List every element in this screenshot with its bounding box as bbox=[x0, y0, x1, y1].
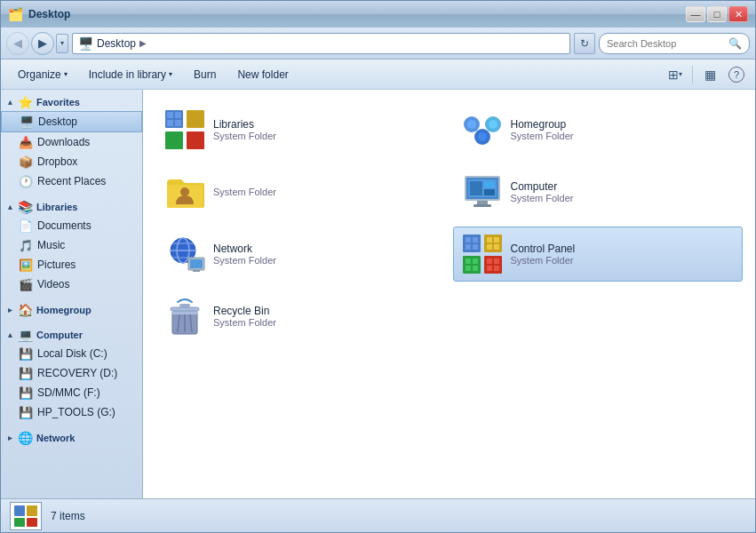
nav-buttons: ◀ ▶ ▾ bbox=[6, 32, 68, 55]
libraries-file-info: Libraries System Folder bbox=[213, 118, 276, 141]
svg-rect-50 bbox=[494, 266, 499, 271]
desktop-icon: 🖥️ bbox=[20, 115, 34, 129]
file-item-control-panel[interactable]: Control Panel System Folder bbox=[453, 227, 744, 282]
svg-rect-30 bbox=[193, 270, 200, 272]
network-file-name: Network bbox=[213, 243, 276, 255]
sidebar-item-music[interactable]: 🎵 Music bbox=[1, 235, 142, 255]
new-folder-label: New folder bbox=[237, 68, 288, 81]
organize-label: Organize bbox=[18, 68, 61, 81]
organize-button[interactable]: Organize ▾ bbox=[8, 63, 77, 86]
organize-dropdown-icon: ▾ bbox=[64, 70, 68, 78]
libraries-file-name: Libraries bbox=[213, 118, 276, 131]
svg-rect-47 bbox=[487, 259, 492, 264]
favorites-header[interactable]: ▴ ⭐ Favorites bbox=[1, 90, 142, 111]
sidebar-item-hptools[interactable]: 💾 HP_TOOLS (G:) bbox=[1, 402, 142, 422]
control-panel-file-type: System Folder bbox=[511, 255, 576, 266]
title-controls: — □ ✕ bbox=[686, 6, 748, 22]
file-item-computer[interactable]: Computer System Folder bbox=[453, 164, 744, 219]
homegroup-file-name: Homegroup bbox=[511, 118, 574, 131]
refresh-button[interactable]: ↻ bbox=[574, 33, 595, 54]
window-title: Desktop bbox=[28, 8, 70, 20]
favorites-icon: ⭐ bbox=[18, 95, 33, 109]
sdmmc-icon: 💾 bbox=[19, 386, 33, 400]
file-grid: Libraries System Folder bbox=[152, 99, 746, 347]
minimize-button[interactable]: — bbox=[686, 6, 705, 22]
address-box[interactable]: 🖥️ Desktop ▶ bbox=[72, 33, 570, 54]
view-options-button[interactable]: ⊞ ▾ bbox=[664, 63, 687, 86]
sidebar-item-pictures[interactable]: 🖼️ Pictures bbox=[1, 255, 142, 274]
svg-point-12 bbox=[489, 120, 497, 129]
network-nav-icon: 🌐 bbox=[18, 431, 33, 445]
status-bar: 7 items bbox=[1, 498, 755, 532]
libraries-file-icon bbox=[163, 108, 206, 151]
svg-rect-52 bbox=[172, 311, 197, 314]
refresh-icon: ↻ bbox=[580, 37, 589, 50]
status-item-count: 7 items bbox=[51, 510, 85, 522]
recent-places-icon: 🕐 bbox=[19, 174, 33, 188]
title-bar: 🗂️ Desktop — □ ✕ bbox=[1, 1, 755, 28]
recycle-file-info: Recycle Bin System Folder bbox=[213, 305, 276, 328]
svg-point-13 bbox=[478, 132, 487, 141]
svg-rect-42 bbox=[494, 244, 499, 250]
network-file-type: System Folder bbox=[213, 255, 276, 266]
svg-rect-6 bbox=[167, 120, 173, 126]
libraries-header[interactable]: ▴ 📚 Libraries bbox=[1, 195, 142, 216]
file-item-recycle[interactable]: Recycle Bin System Folder bbox=[155, 289, 446, 344]
videos-icon: 🎬 bbox=[19, 277, 33, 291]
svg-rect-43 bbox=[466, 259, 471, 264]
svg-rect-17 bbox=[477, 201, 488, 204]
music-label: Music bbox=[37, 239, 65, 251]
file-item-homegroup[interactable]: Homegroup System Folder bbox=[453, 102, 744, 157]
sidebar-item-recovery[interactable]: 💾 RECOVERY (D:) bbox=[1, 363, 142, 383]
new-folder-button[interactable]: New folder bbox=[227, 63, 298, 86]
include-library-label: Include in library bbox=[89, 68, 166, 81]
nav-dropdown-button[interactable]: ▾ bbox=[56, 34, 68, 53]
dropbox-label: Dropbox bbox=[37, 155, 77, 168]
svg-rect-35 bbox=[466, 237, 471, 243]
file-item-user-folder[interactable]: System Folder bbox=[155, 164, 446, 219]
computer-header[interactable]: ▴ 💻 Computer bbox=[1, 322, 142, 344]
computer-file-icon bbox=[461, 171, 504, 213]
network-header[interactable]: ▸ 🌐 Network bbox=[1, 426, 142, 447]
file-item-libraries[interactable]: Libraries System Folder bbox=[155, 102, 446, 157]
address-arrow: ▶ bbox=[139, 38, 147, 48]
close-button[interactable]: ✕ bbox=[728, 6, 748, 22]
control-panel-file-info: Control Panel System Folder bbox=[511, 243, 576, 266]
sidebar-item-documents[interactable]: 📄 Documents bbox=[1, 216, 142, 235]
computer-file-info: Computer System Folder bbox=[511, 180, 574, 203]
main-content: ▴ ⭐ Favorites 🖥️ Desktop 📥 Downloads 📦 D… bbox=[1, 90, 755, 498]
computer-expand-icon: ▴ bbox=[8, 330, 12, 339]
hptools-icon: 💾 bbox=[19, 405, 33, 419]
homegroup-header[interactable]: ▸ 🏠 Homegroup bbox=[1, 298, 142, 319]
burn-button[interactable]: Burn bbox=[184, 63, 226, 86]
sidebar-item-dropbox[interactable]: 📦 Dropbox bbox=[1, 152, 142, 171]
computer-file-type: System Folder bbox=[511, 193, 574, 203]
include-library-button[interactable]: Include in library ▾ bbox=[79, 63, 182, 86]
view-icon: ⊞ bbox=[668, 68, 679, 82]
file-item-network[interactable]: Network System Folder bbox=[155, 227, 446, 282]
maximize-button[interactable]: □ bbox=[707, 6, 727, 22]
sidebar-item-sdmmc[interactable]: 💾 SD/MMC (F:) bbox=[1, 383, 142, 402]
svg-rect-54 bbox=[179, 304, 190, 307]
preview-pane-button[interactable]: ▦ bbox=[698, 63, 721, 86]
help-icon: ? bbox=[728, 67, 744, 83]
help-button[interactable]: ? bbox=[725, 63, 748, 86]
sidebar-item-recent-places[interactable]: 🕐 Recent Places bbox=[1, 171, 142, 191]
search-box[interactable]: 🔍 bbox=[599, 33, 750, 54]
search-input[interactable] bbox=[607, 38, 725, 49]
recycle-file-icon bbox=[163, 295, 206, 338]
recent-places-label: Recent Places bbox=[37, 175, 106, 187]
sidebar-item-desktop[interactable]: 🖥️ Desktop bbox=[1, 111, 142, 132]
back-button[interactable]: ◀ bbox=[6, 32, 29, 55]
sdmmc-label: SD/MMC (F:) bbox=[37, 386, 100, 399]
network-section: ▸ 🌐 Network bbox=[1, 426, 142, 447]
svg-rect-20 bbox=[470, 181, 482, 195]
sidebar-item-downloads[interactable]: 📥 Downloads bbox=[1, 132, 142, 152]
sidebar-item-localdisk[interactable]: 💾 Local Disk (C:) bbox=[1, 344, 142, 363]
sidebar-item-videos[interactable]: 🎬 Videos bbox=[1, 274, 142, 294]
window-icon: 🗂️ bbox=[8, 7, 23, 21]
computer-section: ▴ 💻 Computer 💾 Local Disk (C:) 💾 RECOVER… bbox=[1, 322, 142, 422]
forward-button[interactable]: ▶ bbox=[31, 32, 54, 55]
svg-rect-41 bbox=[487, 244, 492, 250]
hptools-label: HP_TOOLS (G:) bbox=[37, 406, 115, 418]
